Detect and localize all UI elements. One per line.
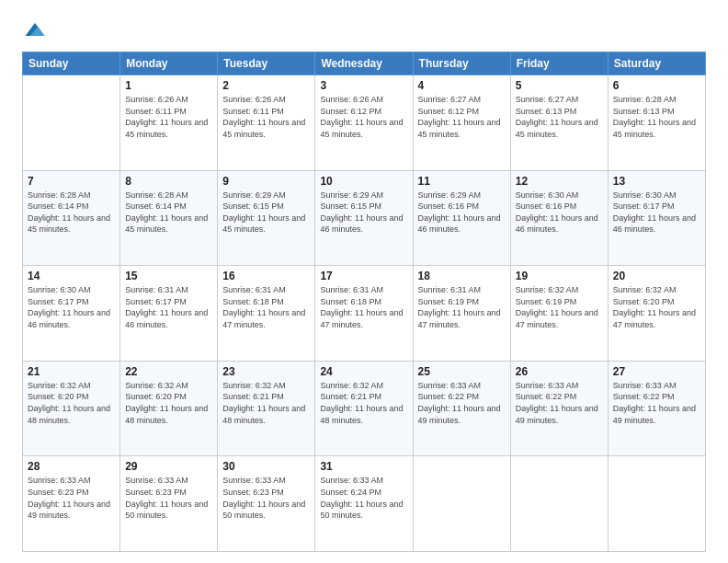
week-row-4: 28Sunrise: 6:33 AMSunset: 6:23 PMDayligh… [23,456,706,552]
calendar-cell: 11Sunrise: 6:29 AMSunset: 6:16 PMDayligh… [413,170,510,266]
calendar-cell: 9Sunrise: 6:29 AMSunset: 6:15 PMDaylight… [218,170,315,266]
day-number: 4 [418,79,506,92]
calendar-cell: 22Sunrise: 6:32 AMSunset: 6:20 PMDayligh… [120,361,218,456]
calendar-cell: 16Sunrise: 6:31 AMSunset: 6:18 PMDayligh… [218,266,315,362]
day-number: 13 [613,175,700,188]
calendar-cell: 30Sunrise: 6:33 AMSunset: 6:23 PMDayligh… [218,456,315,552]
day-number: 27 [613,365,700,378]
day-info: Sunrise: 6:33 AMSunset: 6:22 PMDaylight:… [613,380,700,426]
calendar-cell: 12Sunrise: 6:30 AMSunset: 6:16 PMDayligh… [510,170,608,266]
day-number: 22 [125,365,212,378]
day-info: Sunrise: 6:32 AMSunset: 6:20 PMDaylight:… [28,380,115,426]
day-number: 1 [125,79,212,92]
day-info: Sunrise: 6:33 AMSunset: 6:23 PMDaylight:… [28,475,115,521]
calendar-cell: 8Sunrise: 6:28 AMSunset: 6:14 PMDaylight… [120,170,218,266]
calendar-cell: 20Sunrise: 6:32 AMSunset: 6:20 PMDayligh… [608,266,705,362]
day-info: Sunrise: 6:28 AMSunset: 6:13 PMDaylight:… [613,94,700,140]
week-row-1: 7Sunrise: 6:28 AMSunset: 6:14 PMDaylight… [23,170,706,266]
calendar-cell: 19Sunrise: 6:32 AMSunset: 6:19 PMDayligh… [510,266,608,362]
calendar-cell: 4Sunrise: 6:27 AMSunset: 6:12 PMDaylight… [413,75,510,171]
day-number: 30 [222,460,310,473]
week-row-0: 1Sunrise: 6:26 AMSunset: 6:11 PMDaylight… [23,75,706,171]
day-number: 11 [418,175,506,188]
calendar-cell: 27Sunrise: 6:33 AMSunset: 6:22 PMDayligh… [608,361,705,456]
day-info: Sunrise: 6:28 AMSunset: 6:14 PMDaylight:… [125,190,212,236]
day-number: 18 [418,270,506,282]
day-number: 31 [320,460,407,473]
day-number: 9 [222,175,310,188]
day-info: Sunrise: 6:27 AMSunset: 6:13 PMDaylight:… [516,94,603,140]
day-info: Sunrise: 6:29 AMSunset: 6:15 PMDaylight:… [320,190,407,236]
day-info: Sunrise: 6:28 AMSunset: 6:14 PMDaylight:… [28,190,115,236]
calendar-cell: 15Sunrise: 6:31 AMSunset: 6:17 PMDayligh… [120,266,218,362]
day-info: Sunrise: 6:29 AMSunset: 6:16 PMDaylight:… [418,190,506,236]
calendar-cell [413,456,510,552]
calendar-cell: 14Sunrise: 6:30 AMSunset: 6:17 PMDayligh… [23,266,120,362]
calendar-cell: 13Sunrise: 6:30 AMSunset: 6:17 PMDayligh… [608,170,705,266]
week-row-3: 21Sunrise: 6:32 AMSunset: 6:20 PMDayligh… [23,361,706,456]
day-info: Sunrise: 6:32 AMSunset: 6:19 PMDaylight:… [516,284,603,330]
calendar-cell: 31Sunrise: 6:33 AMSunset: 6:24 PMDayligh… [315,456,413,552]
day-number: 12 [516,175,603,188]
day-info: Sunrise: 6:33 AMSunset: 6:24 PMDaylight:… [320,475,407,521]
calendar-cell: 3Sunrise: 6:26 AMSunset: 6:12 PMDaylight… [315,75,413,171]
logo [22,17,51,42]
day-number: 24 [320,365,407,378]
day-number: 2 [222,79,310,92]
day-number: 15 [125,270,212,282]
header-row: SundayMondayTuesdayWednesdayThursdayFrid… [23,52,706,75]
calendar-cell: 2Sunrise: 6:26 AMSunset: 6:11 PMDaylight… [218,75,315,171]
calendar-cell: 25Sunrise: 6:33 AMSunset: 6:22 PMDayligh… [413,361,510,456]
day-info: Sunrise: 6:31 AMSunset: 6:19 PMDaylight:… [418,284,506,330]
page: SundayMondayTuesdayWednesdayThursdayFrid… [0,0,728,563]
day-number: 8 [125,175,212,188]
header-day-wednesday: Wednesday [315,52,413,75]
header-day-saturday: Saturday [608,52,705,75]
day-info: Sunrise: 6:26 AMSunset: 6:11 PMDaylight:… [222,94,310,140]
calendar-header: SundayMondayTuesdayWednesdayThursdayFrid… [23,52,706,75]
calendar-cell: 10Sunrise: 6:29 AMSunset: 6:15 PMDayligh… [315,170,413,266]
day-info: Sunrise: 6:32 AMSunset: 6:20 PMDaylight:… [613,284,700,330]
day-info: Sunrise: 6:31 AMSunset: 6:18 PMDaylight:… [222,284,310,330]
day-info: Sunrise: 6:31 AMSunset: 6:17 PMDaylight:… [125,284,212,330]
day-number: 16 [222,270,310,282]
day-number: 21 [28,365,115,378]
day-info: Sunrise: 6:32 AMSunset: 6:21 PMDaylight:… [222,380,310,426]
day-info: Sunrise: 6:31 AMSunset: 6:18 PMDaylight:… [320,284,407,330]
calendar-cell [510,456,608,552]
calendar-cell: 29Sunrise: 6:33 AMSunset: 6:23 PMDayligh… [120,456,218,552]
day-number: 23 [222,365,310,378]
day-info: Sunrise: 6:30 AMSunset: 6:16 PMDaylight:… [516,190,603,236]
calendar-cell: 21Sunrise: 6:32 AMSunset: 6:20 PMDayligh… [23,361,120,456]
day-number: 25 [418,365,506,378]
day-number: 5 [516,79,603,92]
day-info: Sunrise: 6:29 AMSunset: 6:15 PMDaylight:… [222,190,310,236]
day-number: 3 [320,79,407,92]
week-row-2: 14Sunrise: 6:30 AMSunset: 6:17 PMDayligh… [23,266,706,362]
day-info: Sunrise: 6:33 AMSunset: 6:22 PMDaylight:… [516,380,603,426]
calendar-cell: 7Sunrise: 6:28 AMSunset: 6:14 PMDaylight… [23,170,120,266]
calendar-cell: 17Sunrise: 6:31 AMSunset: 6:18 PMDayligh… [315,266,413,362]
calendar-table: SundayMondayTuesdayWednesdayThursdayFrid… [22,52,706,552]
day-number: 19 [516,270,603,282]
calendar-cell: 24Sunrise: 6:32 AMSunset: 6:21 PMDayligh… [315,361,413,456]
day-info: Sunrise: 6:32 AMSunset: 6:20 PMDaylight:… [125,380,212,426]
calendar-cell: 1Sunrise: 6:26 AMSunset: 6:11 PMDaylight… [120,75,218,171]
day-number: 10 [320,175,407,188]
day-number: 7 [28,175,115,188]
day-info: Sunrise: 6:30 AMSunset: 6:17 PMDaylight:… [28,284,115,330]
header-day-sunday: Sunday [23,52,120,75]
calendar-cell [23,75,120,171]
header-day-tuesday: Tuesday [218,52,315,75]
header [22,17,706,42]
day-number: 29 [125,460,212,473]
day-info: Sunrise: 6:33 AMSunset: 6:22 PMDaylight:… [418,380,506,426]
calendar-body: 1Sunrise: 6:26 AMSunset: 6:11 PMDaylight… [23,75,706,552]
day-number: 6 [613,79,700,92]
day-info: Sunrise: 6:30 AMSunset: 6:17 PMDaylight:… [613,190,700,236]
calendar-cell: 18Sunrise: 6:31 AMSunset: 6:19 PMDayligh… [413,266,510,362]
calendar-cell: 6Sunrise: 6:28 AMSunset: 6:13 PMDaylight… [608,75,705,171]
calendar-cell: 28Sunrise: 6:33 AMSunset: 6:23 PMDayligh… [23,456,120,552]
logo-icon [22,17,48,42]
day-info: Sunrise: 6:33 AMSunset: 6:23 PMDaylight:… [222,475,310,521]
